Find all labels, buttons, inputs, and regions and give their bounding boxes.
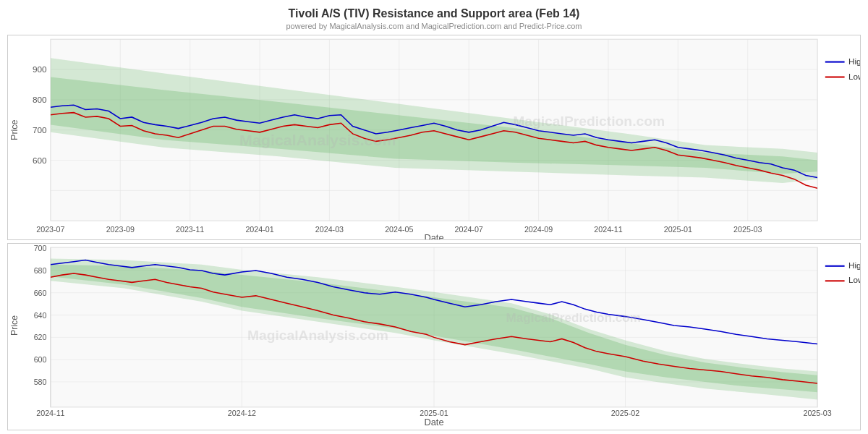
svg-text:MagicalAnalysis.com: MagicalAnalysis.com [247, 328, 388, 344]
top-chart-panel: 900 800 700 600 Price 2023-07 2023-09 20… [7, 35, 861, 240]
svg-text:2024-09: 2024-09 [524, 225, 553, 234]
svg-text:660: 660 [34, 289, 47, 297]
svg-text:2023-09: 2023-09 [106, 225, 135, 234]
svg-text:High: High [848, 261, 860, 270]
svg-text:2025-03: 2025-03 [733, 225, 762, 234]
svg-text:MagicalAnalysis.com: MagicalAnalysis.com [239, 132, 396, 149]
top-chart-inner: 900 800 700 600 Price 2023-07 2023-09 20… [8, 35, 860, 239]
svg-text:Price: Price [9, 315, 20, 336]
svg-text:2025-01: 2025-01 [664, 225, 692, 234]
svg-text:620: 620 [34, 334, 47, 342]
svg-text:2023-11: 2023-11 [176, 225, 204, 234]
svg-text:680: 680 [34, 268, 47, 276]
svg-text:2024-11: 2024-11 [36, 410, 64, 418]
svg-text:2024-07: 2024-07 [455, 225, 483, 234]
svg-text:900: 900 [33, 64, 47, 74]
svg-text:800: 800 [33, 95, 47, 104]
svg-text:Low: Low [848, 276, 860, 285]
svg-text:MagicalPrediction.com: MagicalPrediction.com [506, 311, 641, 325]
svg-text:High: High [848, 56, 860, 66]
charts-wrapper: 900 800 700 600 Price 2023-07 2023-09 20… [7, 35, 861, 430]
svg-text:700: 700 [33, 125, 47, 135]
svg-text:600: 600 [34, 357, 47, 365]
bottom-chart-svg: 700 680 660 640 620 600 580 Price 2024-1… [8, 244, 860, 430]
svg-text:MagicalPrediction.com: MagicalPrediction.com [513, 114, 665, 129]
bottom-chart-inner: 700 680 660 640 620 600 580 Price 2024-1… [8, 244, 860, 430]
subtitle: powered by MagicalAnalysis.com and Magic… [7, 22, 861, 30]
svg-text:2025-03: 2025-03 [803, 410, 831, 418]
svg-text:Price: Price [9, 119, 20, 140]
svg-text:2024-01: 2024-01 [245, 225, 273, 234]
svg-text:Date: Date [424, 417, 443, 427]
bottom-chart-panel: 700 680 660 640 620 600 580 Price 2024-1… [7, 243, 861, 430]
svg-text:Date: Date [424, 234, 443, 240]
svg-text:580: 580 [34, 379, 47, 387]
svg-text:600: 600 [33, 156, 47, 165]
svg-text:2024-11: 2024-11 [594, 225, 622, 234]
svg-text:2024-12: 2024-12 [228, 410, 256, 418]
svg-text:2023-07: 2023-07 [36, 225, 64, 234]
svg-text:2024-05: 2024-05 [385, 225, 413, 234]
svg-text:700: 700 [34, 245, 47, 253]
svg-text:Low: Low [848, 72, 860, 81]
svg-text:2025-02: 2025-02 [611, 410, 639, 418]
svg-text:640: 640 [34, 312, 47, 320]
svg-text:2024-03: 2024-03 [315, 225, 344, 234]
chart-container: Tivoli A/S (TIV) Resistance and Support … [0, 0, 868, 434]
main-title: Tivoli A/S (TIV) Resistance and Support … [7, 7, 861, 20]
svg-text:2025-01: 2025-01 [420, 410, 448, 418]
top-chart-svg: 900 800 700 600 Price 2023-07 2023-09 20… [8, 35, 860, 239]
